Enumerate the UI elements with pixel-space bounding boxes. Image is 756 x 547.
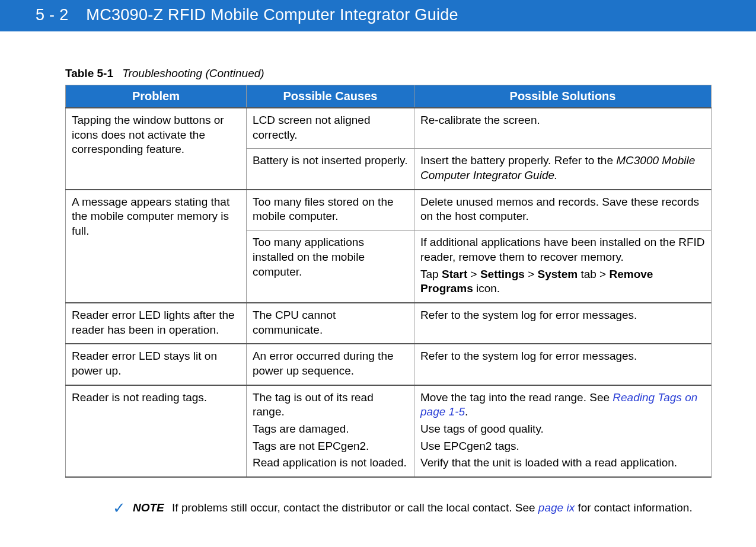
cell-problem: Reader is not reading tags. <box>66 385 247 477</box>
table-row: Reader error LED stays lit on power up. … <box>66 344 712 385</box>
text: . <box>465 405 468 418</box>
page-header: 5 - 2 MC3090-Z RFID Mobile Computer Inte… <box>0 0 756 31</box>
menu-start: Start <box>442 268 467 280</box>
text: Insert the battery properly. Refer to th… <box>420 154 616 167</box>
cell-solution: Delete unused memos and records. Save th… <box>414 190 712 231</box>
cell-cause: Battery is not inserted properly. <box>246 149 414 190</box>
cell-cause: Too many applications installed on the m… <box>246 231 414 303</box>
table-caption: Table 5-1 Troubleshooting (Continued) <box>65 67 712 80</box>
nav-path: Tap Start > Settings > System tab > Remo… <box>420 267 705 296</box>
cell-solution: Re-calibrate the screen. <box>414 108 712 149</box>
cell-solution: Insert the battery properly. Refer to th… <box>414 149 712 190</box>
cell-cause: Too many files stored on the mobile comp… <box>246 190 414 231</box>
col-header-problem: Problem <box>66 85 247 108</box>
caption-title: Troubleshooting (Continued) <box>122 67 264 79</box>
doc-title: MC3090-Z RFID Mobile Computer Integrator… <box>86 6 458 24</box>
cell-cause: LCD screen not aligned correctly. <box>246 108 414 149</box>
text: for contact information. <box>575 501 693 514</box>
sep: > <box>467 268 480 280</box>
solution-item: Use EPCgen2 tags. <box>420 439 705 454</box>
text: If problems still occur, contact the dis… <box>172 501 538 514</box>
checkmark-icon: ✓ <box>113 500 126 516</box>
cell-problem: A message appears stating that the mobil… <box>66 190 247 303</box>
table-row: Reader is not reading tags. The tag is o… <box>66 385 712 477</box>
troubleshooting-table: Problem Possible Causes Possible Solutio… <box>65 85 712 478</box>
sep: > <box>525 268 538 280</box>
cause-item: Tags are not EPCgen2. <box>253 439 408 454</box>
cell-problem: Tapping the window buttons or icons does… <box>66 108 247 190</box>
cell-problem: Reader error LED stays lit on power up. <box>66 344 247 385</box>
cause-item: Read application is not loaded. <box>253 456 408 471</box>
table-row: Tapping the window buttons or icons does… <box>66 108 712 149</box>
table-row: Reader error LED lights after the reader… <box>66 303 712 344</box>
cell-cause: The tag is out of its read range. Tags a… <box>246 385 414 477</box>
text: If additional applications have been ins… <box>420 235 705 264</box>
col-header-solutions: Possible Solutions <box>414 85 712 108</box>
page-content: Table 5-1 Troubleshooting (Continued) Pr… <box>0 31 756 527</box>
note-text: NOTE If problems still occur, contact th… <box>133 501 693 514</box>
text: tab > <box>578 268 609 280</box>
cell-solution: If additional applications have been ins… <box>414 231 712 303</box>
cell-problem: Reader error LED lights after the reader… <box>66 303 247 344</box>
solution-item: Verify that the unit is loaded with a re… <box>420 456 705 471</box>
note-block: ✓ NOTE If problems still occur, contact … <box>113 501 712 516</box>
table-header-row: Problem Possible Causes Possible Solutio… <box>66 85 712 108</box>
text: icon. <box>473 282 500 295</box>
text: Move the tag into the read range. See <box>420 391 613 404</box>
menu-settings: Settings <box>480 268 525 280</box>
solution-item: Move the tag into the read range. See Re… <box>420 391 705 420</box>
menu-system: System <box>538 268 578 280</box>
table-row: A message appears stating that the mobil… <box>66 190 712 231</box>
text: Tap <box>420 268 442 280</box>
caption-label: Table 5-1 <box>65 67 113 79</box>
page-number: 5 - 2 <box>36 6 69 24</box>
cell-cause: The CPU cannot communicate. <box>246 303 414 344</box>
solution-item: Use tags of good quality. <box>420 422 705 437</box>
note-label: NOTE <box>133 501 164 514</box>
cell-solution: Move the tag into the read range. See Re… <box>414 385 712 477</box>
cell-solution: Refer to the system log for error messag… <box>414 344 712 385</box>
cell-cause: An error occurred during the power up se… <box>246 344 414 385</box>
cause-item: Tags are damaged. <box>253 422 408 437</box>
cause-item: The tag is out of its read range. <box>253 391 408 420</box>
col-header-causes: Possible Causes <box>246 85 414 108</box>
cross-ref-link[interactable]: page ix <box>538 501 575 514</box>
cell-solution: Refer to the system log for error messag… <box>414 303 712 344</box>
